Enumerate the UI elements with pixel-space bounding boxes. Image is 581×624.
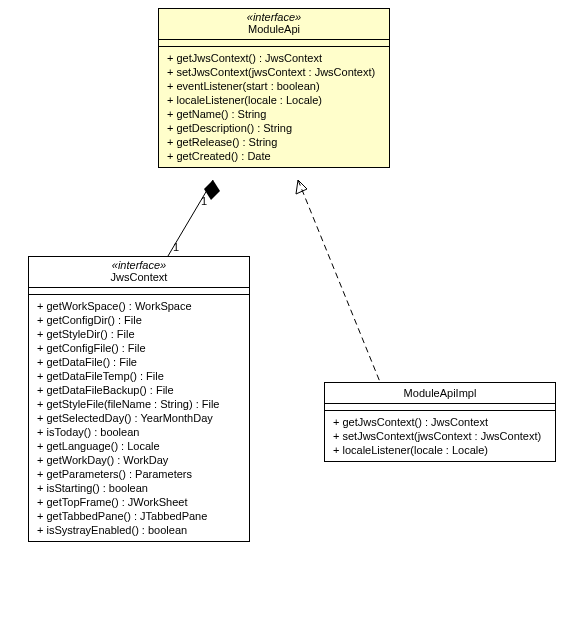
class-module-api: «interface» ModuleApi + getJwsContext() … bbox=[158, 8, 390, 168]
op: + getTopFrame() : JWorkSheet bbox=[37, 495, 241, 509]
op: + getDataFile() : File bbox=[37, 355, 241, 369]
op: + setJwsContext(jwsContext : JwsContext) bbox=[167, 65, 381, 79]
multiplicity: 1 bbox=[201, 195, 207, 207]
op: + getDescription() : String bbox=[167, 121, 381, 135]
class-name: ModuleApiImpl bbox=[325, 383, 555, 403]
class-name: JwsContext bbox=[29, 271, 249, 287]
op: + localeListener(locale : Locale) bbox=[333, 443, 547, 457]
op: + getWorkDay() : WorkDay bbox=[37, 453, 241, 467]
svg-marker-3 bbox=[296, 180, 307, 194]
op: + getName() : String bbox=[167, 107, 381, 121]
op: + getConfigFile() : File bbox=[37, 341, 241, 355]
op: + getRelease() : String bbox=[167, 135, 381, 149]
op: + getJwsContext() : JwsContext bbox=[333, 415, 547, 429]
op: + getStyleDir() : File bbox=[37, 327, 241, 341]
attr-section bbox=[159, 39, 389, 46]
op: + setJwsContext(jwsContext : JwsContext) bbox=[333, 429, 547, 443]
ops-section: + getJwsContext() : JwsContext + setJwsC… bbox=[159, 46, 389, 167]
op: + getCreated() : Date bbox=[167, 149, 381, 163]
op: + getLanguage() : Locale bbox=[37, 439, 241, 453]
attr-section bbox=[325, 403, 555, 410]
stereotype: «interface» bbox=[29, 257, 249, 271]
op: + localeListener(locale : Locale) bbox=[167, 93, 381, 107]
op: + isToday() : boolean bbox=[37, 425, 241, 439]
op: + getTabbedPane() : JTabbedPane bbox=[37, 509, 241, 523]
class-name: ModuleApi bbox=[159, 23, 389, 39]
op: + eventListener(start : boolean) bbox=[167, 79, 381, 93]
op: + getDataFileTemp() : File bbox=[37, 369, 241, 383]
stereotype: «interface» bbox=[159, 9, 389, 23]
op: + getJwsContext() : JwsContext bbox=[167, 51, 381, 65]
svg-line-2 bbox=[298, 180, 380, 382]
class-module-api-impl: ModuleApiImpl + getJwsContext() : JwsCon… bbox=[324, 382, 556, 462]
op: + isStarting() : boolean bbox=[37, 481, 241, 495]
class-jws-context: «interface» JwsContext + getWorkSpace() … bbox=[28, 256, 250, 542]
op: + isSystrayEnabled() : boolean bbox=[37, 523, 241, 537]
op: + getConfigDir() : File bbox=[37, 313, 241, 327]
ops-section: + getWorkSpace() : WorkSpace + getConfig… bbox=[29, 294, 249, 541]
ops-section: + getJwsContext() : JwsContext + setJwsC… bbox=[325, 410, 555, 461]
op: + getStyleFile(fileName : String) : File bbox=[37, 397, 241, 411]
attr-section bbox=[29, 287, 249, 294]
op: + getWorkSpace() : WorkSpace bbox=[37, 299, 241, 313]
op: + getParameters() : Parameters bbox=[37, 467, 241, 481]
multiplicity: 1 bbox=[173, 241, 179, 253]
op: + getSelectedDay() : YearMonthDay bbox=[37, 411, 241, 425]
op: + getDataFileBackup() : File bbox=[37, 383, 241, 397]
